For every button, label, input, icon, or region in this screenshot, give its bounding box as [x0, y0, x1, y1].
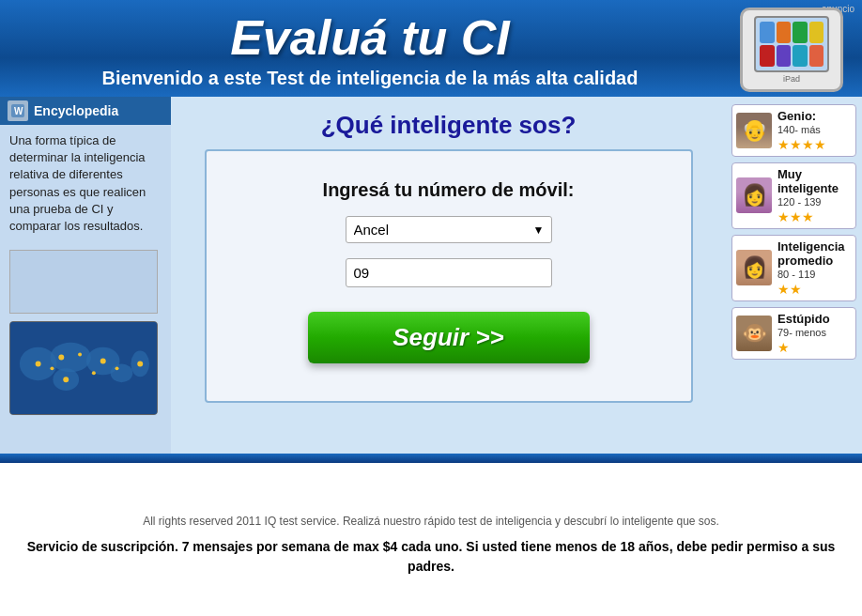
iq-title-genius: Genio:: [777, 109, 852, 124]
encyclopedia-header: W Encyclopedia: [0, 97, 171, 125]
seguir-button[interactable]: Seguir >>: [308, 312, 590, 363]
svg-point-14: [115, 367, 119, 371]
iq-info-stupid: Estúpido 79- menos ★: [777, 312, 852, 355]
svg-point-13: [100, 359, 106, 364]
avatar-average: 👩: [736, 250, 772, 285]
iq-range-stupid: 79- menos: [777, 327, 852, 338]
svg-point-4: [50, 343, 90, 373]
svg-point-12: [63, 377, 69, 382]
iq-card-very-smart: 👩 Muy inteligente 120 - 139 ★★★: [731, 162, 856, 229]
left-sidebar: W Encyclopedia Una forma típica de deter…: [0, 97, 171, 454]
footer-service-notice: Servicio de suscripción. 7 mensajes por …: [19, 537, 843, 577]
avatar-einstein: 👴: [736, 113, 772, 148]
iq-info-genius: Genio: 140- más ★★★★: [777, 109, 852, 152]
iq-title-very-smart: Muy inteligente: [777, 167, 852, 196]
spacer: [0, 463, 862, 500]
iq-card-average: 👩 Inteligencia promedio 80 - 119 ★★: [731, 235, 856, 301]
main-question: ¿Qué inteligente sos?: [321, 111, 577, 140]
right-sidebar: 👴 Genio: 140- más ★★★★ 👩 Muy inteligente…: [726, 97, 862, 454]
iq-stars-average: ★★: [777, 282, 852, 297]
iq-info-average: Inteligencia promedio 80 - 119 ★★: [777, 239, 852, 297]
header: anuncio Evaluá tu CI Bienvenido a este T…: [0, 0, 862, 97]
carrier-select-container[interactable]: Ancel ▼: [346, 216, 552, 243]
svg-text:W: W: [14, 106, 23, 116]
blue-divider-bar: [0, 454, 862, 463]
svg-point-15: [137, 362, 143, 367]
sidebar-placeholder-image: [9, 250, 158, 314]
encyclopedia-icon: W: [8, 100, 28, 121]
avatar-smart: 👩: [736, 177, 772, 213]
avatar-monkey: 🐵: [736, 316, 772, 351]
iq-stars-stupid: ★: [777, 340, 852, 355]
svg-point-11: [78, 353, 82, 357]
main-wrapper: W Encyclopedia Una forma típica de deter…: [0, 97, 862, 454]
footer: All rights reserved 2011 IQ test service…: [0, 500, 862, 595]
iq-title-stupid: Estúpido: [777, 312, 852, 327]
svg-point-10: [58, 355, 64, 361]
encyclopedia-label: Encyclopedia: [34, 103, 118, 118]
svg-point-17: [92, 371, 96, 375]
iq-card-genius: 👴 Genio: 140- más ★★★★: [731, 104, 856, 157]
carrier-select[interactable]: Ancel: [346, 216, 552, 243]
iq-card-stupid: 🐵 Estúpido 79- menos ★: [731, 307, 856, 360]
ipad-illustration: iPad: [740, 8, 843, 92]
content-area: ¿Qué inteligente sos? Ingresá tu número …: [171, 97, 726, 454]
iq-range-very-smart: 120 - 139: [777, 196, 852, 208]
footer-copyright: All rights reserved 2011 IQ test service…: [19, 515, 843, 528]
phone-input[interactable]: [346, 258, 552, 287]
svg-point-9: [36, 362, 41, 367]
main-title: Evaluá tu CI: [0, 9, 740, 66]
iq-range-average: 80 - 119: [777, 269, 852, 280]
iq-title-average: Inteligencia promedio: [777, 239, 852, 269]
iq-stars-very-smart: ★★★: [777, 209, 852, 224]
form-label: Ingresá tu número de móvil:: [323, 179, 575, 201]
header-subtitle: Bienvenido a este Test de inteligencia d…: [0, 68, 740, 89]
iq-range-genius: 140- más: [777, 124, 852, 135]
iq-stars-genius: ★★★★: [777, 137, 852, 152]
svg-point-16: [50, 367, 54, 371]
iq-info-very-smart: Muy inteligente 120 - 139 ★★★: [777, 167, 852, 224]
world-map: [9, 321, 158, 415]
encyclopedia-description: Una forma típica de determinar la inteli…: [0, 125, 171, 242]
svg-point-7: [111, 364, 133, 383]
form-box: Ingresá tu número de móvil: Ancel ▼ Segu…: [205, 149, 693, 403]
